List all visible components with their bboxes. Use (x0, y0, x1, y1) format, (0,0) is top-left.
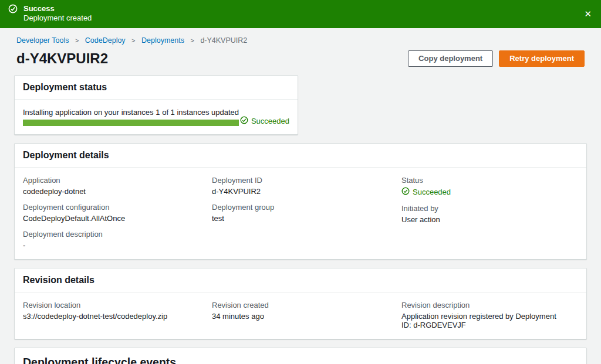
deployment-group-field: Deployment group test (212, 203, 401, 223)
revision-created-field: Revision created 34 minutes ago (212, 301, 401, 324)
details-column-3: Status Succeeded Initiated by User actio… (401, 176, 578, 251)
revision-created-label: Revision created (212, 301, 390, 309)
deployment-details-header: Deployment details (15, 144, 586, 168)
banner-close-icon[interactable]: ✕ (584, 9, 592, 18)
status-text: Succeeded (413, 188, 451, 196)
deployment-stage-label: Installing application on your instances (23, 108, 154, 117)
status-value: Succeeded (401, 187, 566, 197)
deployment-description-label: Deployment description (23, 230, 200, 239)
breadcrumb-deployments[interactable]: Deployments (141, 36, 184, 45)
revision-details-card: Revision details Revision location s3://… (14, 268, 587, 339)
banner-text: Success Deployment created (23, 4, 92, 23)
breadcrumb-separator: > (131, 37, 135, 44)
application-link[interactable]: codedeploy-dotnet (23, 187, 86, 196)
progress-fill (23, 120, 239, 126)
deployment-group-link[interactable]: test (212, 214, 224, 223)
revision-created-value: 34 minutes ago (212, 312, 390, 321)
application-label: Application (23, 176, 200, 185)
instances-updated-label: 1 of 1 instances updated (156, 108, 239, 117)
revision-description-value: Application revision registered by Deplo… (401, 312, 566, 329)
status-check-icon (401, 187, 410, 197)
deployment-details-body: Application codedeploy-dotnet Deployment… (15, 168, 586, 259)
deployment-status-title: Deployment status (23, 82, 289, 93)
breadcrumb: Developer Tools > CodeDeploy > Deploymen… (14, 28, 587, 45)
progress-bar (23, 120, 239, 126)
page-title: d-Y4KVPUIR2 (16, 50, 108, 67)
lifecycle-events-header: Deployment lifecycle events < 1 > (15, 348, 586, 364)
details-column-1: Application codedeploy-dotnet Deployment… (23, 176, 212, 251)
revision-details-body: Revision location s3://codedeploy-dotnet… (15, 292, 586, 339)
deployment-status-header: Deployment status (15, 76, 298, 100)
breadcrumb-separator: > (75, 37, 79, 44)
initiated-by-field: Initiated by User action (401, 204, 578, 224)
initiated-by-value: User action (401, 215, 566, 224)
lifecycle-events-title: Deployment lifecycle events (23, 356, 578, 364)
deployment-id-value: d-Y4KVPUIR2 (212, 187, 390, 196)
success-banner: Success Deployment created ✕ (0, 0, 601, 28)
deployment-id-field: Deployment ID d-Y4KVPUIR2 (212, 176, 401, 196)
breadcrumb-codedeploy[interactable]: CodeDeploy (85, 36, 126, 45)
initiated-by-label: Initiated by (401, 204, 566, 213)
lifecycle-events-card: Deployment lifecycle events < 1 > (14, 348, 587, 364)
retry-deployment-button[interactable]: Retry deployment (499, 50, 585, 67)
breadcrumb-separator: > (190, 37, 194, 44)
deployment-description-field: Deployment description - (23, 230, 212, 250)
success-check-icon (8, 4, 18, 15)
revision-location-label: Revision location (23, 301, 200, 309)
details-column-2: Deployment ID d-Y4KVPUIR2 Deployment gro… (212, 176, 401, 251)
deployment-status-badge: Succeeded (239, 116, 289, 126)
deployment-details-card: Deployment details Application codedeplo… (14, 143, 587, 260)
deployment-id-label: Deployment ID (212, 176, 390, 185)
deployment-configuration-label: Deployment configuration (23, 203, 200, 212)
status-field: Status Succeeded (401, 176, 578, 197)
breadcrumb-current: d-Y4KVPUIR2 (200, 36, 247, 45)
title-actions: Copy deployment Retry deployment (408, 50, 585, 67)
revision-description-field: Revision description Application revisio… (401, 301, 578, 329)
deployment-status-card: Deployment status Installing application… (14, 75, 298, 135)
deployment-details-title: Deployment details (23, 150, 578, 161)
copy-deployment-button[interactable]: Copy deployment (408, 50, 493, 67)
deployment-description-value: - (23, 241, 200, 250)
deployment-status-text: Succeeded (251, 117, 289, 125)
deployment-status-body: Installing application on your instances… (15, 100, 298, 134)
banner-message: Deployment created (23, 13, 92, 23)
revision-details-title: Revision details (23, 275, 578, 285)
title-row: d-Y4KVPUIR2 Copy deployment Retry deploy… (14, 45, 587, 75)
banner-title: Success (23, 4, 92, 13)
main-content: Developer Tools > CodeDeploy > Deploymen… (0, 28, 601, 364)
revision-location-field: Revision location s3://codedeploy-dotnet… (23, 301, 212, 324)
revision-details-header: Revision details (15, 268, 586, 292)
application-field: Application codedeploy-dotnet (23, 176, 212, 196)
deployment-configuration-link[interactable]: CodeDeployDefault.AllAtOnce (23, 214, 125, 223)
breadcrumb-developer-tools[interactable]: Developer Tools (16, 36, 69, 45)
status-label: Status (401, 176, 566, 185)
revision-description-label: Revision description (401, 301, 566, 309)
deployment-group-label: Deployment group (212, 203, 390, 212)
deployment-configuration-field: Deployment configuration CodeDeployDefau… (23, 203, 212, 223)
revision-location-link[interactable]: s3://codedeploy-dotnet-test/codedeploy.z… (23, 312, 167, 321)
succeeded-check-icon (240, 116, 248, 126)
